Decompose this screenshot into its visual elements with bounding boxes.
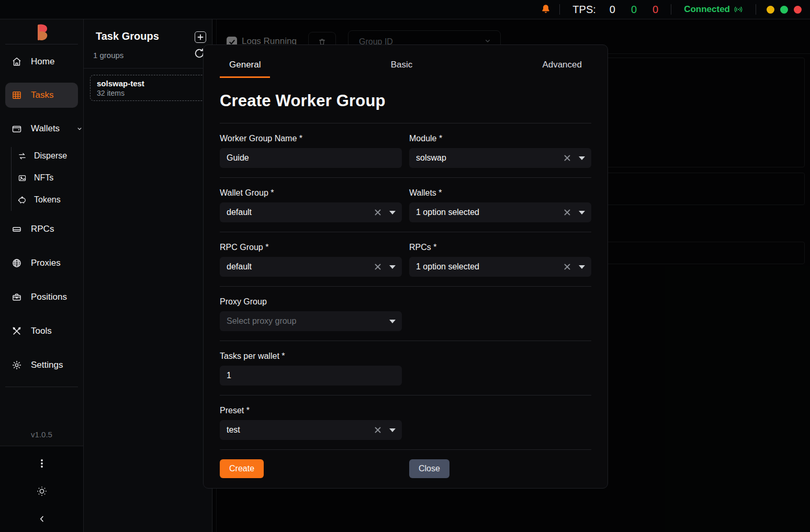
status-dot-green[interactable]: [780, 6, 788, 14]
app-version: v1.0.5: [0, 430, 83, 439]
tab-basic[interactable]: Basic: [381, 55, 422, 78]
preset-select[interactable]: test: [220, 420, 402, 440]
status-dot-red[interactable]: [794, 6, 802, 14]
tools-icon: [12, 326, 22, 336]
task-groups-title: Task Groups: [96, 30, 159, 42]
divider: [671, 4, 671, 15]
sidebar-item-tasks[interactable]: Tasks: [5, 83, 78, 108]
create-worker-group-modal: General Basic Advanced Create Worker Gro…: [203, 44, 608, 489]
wallet-group-field: Wallet Group * default: [220, 178, 402, 222]
sidebar-item-nfts[interactable]: NFTs: [0, 170, 83, 186]
clear-icon[interactable]: [563, 208, 571, 217]
sidebar-item-positions[interactable]: Positions: [0, 288, 83, 307]
sidebar-item-label: Disperse: [34, 151, 67, 161]
sidebar-item-label: Wallets: [31, 123, 60, 134]
sidebar-item-label: Tools: [31, 326, 52, 336]
positions-icon: [12, 292, 22, 302]
sidebar-item-label: Positions: [31, 292, 67, 302]
wallets-field: Wallets * 1 option selected: [409, 178, 591, 222]
tasks-per-wallet-label: Tasks per wallet *: [220, 352, 402, 361]
caret-icon: [389, 428, 396, 432]
form-row: Preset * test: [220, 395, 591, 440]
chevron-down-icon: [76, 125, 83, 132]
rpc-group-select[interactable]: default: [220, 257, 402, 277]
proxies-icon: [12, 258, 22, 268]
disperse-icon: [17, 151, 27, 161]
rpcs-field: RPCs * 1 option selected: [409, 232, 591, 277]
clear-icon[interactable]: [563, 263, 571, 271]
kebab-menu-icon[interactable]: [35, 457, 49, 470]
tasks-per-wallet-input[interactable]: [220, 366, 402, 386]
task-groups-count: 1 groups: [93, 51, 123, 60]
divider: [5, 44, 78, 44]
wallet-group-select[interactable]: default: [220, 202, 402, 222]
worker-group-name-field: Worker Group Name *: [220, 123, 402, 168]
task-groups-panel: Task Groups 1 groups solswap-test 32 ite…: [84, 19, 212, 532]
create-button[interactable]: Create: [220, 459, 264, 478]
form-row: Wallet Group * default Wallets * 1 optio…: [220, 178, 591, 222]
plus-icon: [197, 34, 204, 40]
sidebar-item-disperse[interactable]: Disperse: [0, 148, 83, 164]
divider: [220, 449, 591, 450]
sidebar-item-label: Tasks: [31, 90, 53, 100]
form-row: RPC Group * default RPCs * 1 option sele…: [220, 232, 591, 277]
clear-icon[interactable]: [374, 263, 382, 271]
clear-icon[interactable]: [374, 426, 382, 434]
tasks-per-wallet-field: Tasks per wallet *: [220, 341, 402, 386]
sidebar-item-tokens[interactable]: Tokens: [0, 192, 83, 208]
proxy-group-select[interactable]: Select proxy group: [220, 311, 402, 331]
divider: [84, 68, 212, 69]
theme-toggle-sun-icon[interactable]: [35, 484, 49, 498]
divider: [559, 4, 560, 15]
tab-general[interactable]: General: [220, 55, 270, 78]
collapse-sidebar-icon[interactable]: [35, 512, 49, 526]
caret-icon: [389, 211, 396, 214]
signal-icon: [734, 5, 743, 14]
sidebar-item-settings[interactable]: Settings: [0, 356, 83, 375]
app-logo[interactable]: [0, 22, 83, 44]
wallet-group-value: default: [227, 208, 374, 217]
sidebar-item-wallets[interactable]: Wallets: [0, 119, 83, 138]
wallet-icon: [12, 123, 22, 134]
tps-fail: 0: [652, 4, 658, 16]
tasks-icon: [12, 90, 22, 100]
worker-group-name-label: Worker Group Name *: [220, 134, 402, 143]
preset-value: test: [227, 425, 374, 435]
wallet-group-label: Wallet Group *: [220, 188, 402, 198]
caret-icon: [389, 320, 396, 323]
tps-success: 0: [631, 4, 637, 16]
clear-icon[interactable]: [374, 208, 382, 217]
sidebar-item-label: Proxies: [31, 258, 61, 268]
preset-field: Preset * test: [220, 395, 402, 440]
rpc-group-field: RPC Group * default: [220, 232, 402, 277]
divider: [756, 4, 756, 15]
add-task-group-button[interactable]: [195, 31, 206, 43]
sidebar-item-label: RPCs: [31, 224, 54, 234]
worker-group-name-input[interactable]: [220, 148, 402, 168]
task-group-card[interactable]: solswap-test 32 items: [90, 75, 208, 101]
rpcs-select[interactable]: 1 option selected: [409, 257, 591, 277]
wallets-label: Wallets *: [409, 188, 591, 198]
sidebar-item-proxies[interactable]: Proxies: [0, 254, 83, 273]
task-group-name: solswap-test: [97, 79, 201, 88]
module-select[interactable]: solswap: [409, 148, 591, 168]
proxy-group-field: Proxy Group Select proxy group: [220, 287, 402, 331]
close-button[interactable]: Close: [409, 459, 449, 478]
rpc-group-value: default: [227, 262, 374, 271]
modal-title: Create Worker Group: [220, 92, 591, 110]
connected-label: Connected: [684, 4, 730, 15]
wallets-select[interactable]: 1 option selected: [409, 202, 591, 222]
sidebar-item-rpcs[interactable]: RPCs: [0, 220, 83, 239]
sidebar-item-tools[interactable]: Tools: [0, 322, 83, 341]
status-dot-yellow[interactable]: [767, 6, 774, 14]
module-field: Module * solswap: [409, 123, 591, 168]
settings-gear-icon: [12, 360, 22, 370]
caret-icon: [579, 156, 585, 160]
tab-advanced[interactable]: Advanced: [533, 55, 591, 78]
sidebar-item-label: Settings: [31, 360, 63, 370]
status-dots: [767, 6, 802, 14]
notifications-bell-icon[interactable]: [539, 3, 552, 16]
module-value: solswap: [416, 153, 563, 163]
sidebar-item-home[interactable]: Home: [0, 52, 83, 71]
clear-icon[interactable]: [563, 154, 571, 162]
